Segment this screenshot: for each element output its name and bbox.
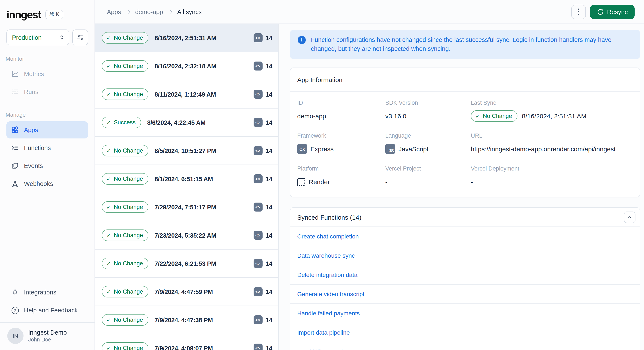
function-link[interactable]: Import data pipeline: [297, 329, 350, 336]
breadcrumb-apps[interactable]: Apps: [107, 8, 121, 15]
sync-detail-panel: i Function configurations have not chang…: [279, 24, 644, 350]
sync-time: 8/16/2024, 2:51:31 AM: [154, 34, 216, 41]
status-badge: ✓No Change: [102, 88, 148, 100]
environment-select-value: Production: [12, 34, 42, 41]
field-language: Language JSJavaScript: [385, 132, 471, 155]
sidebar-item-events[interactable]: Events: [6, 157, 88, 174]
chevron-right-icon: [126, 9, 130, 14]
sidebar-item-label: Metrics: [24, 70, 44, 77]
sync-time: 7/23/2024, 5:35:22 AM: [154, 232, 216, 239]
status-badge: ✓No Change: [102, 258, 148, 269]
status-badge: ✓No Change: [102, 32, 148, 43]
check-icon: ✓: [106, 119, 111, 125]
status-badge: ✓No Change: [102, 145, 148, 156]
sync-row[interactable]: ✓No Change 8/1/2024, 6:51:15 AM <>14: [95, 165, 278, 193]
sync-row[interactable]: ✓No Change 7/29/2024, 7:51:17 PM <>14: [95, 193, 278, 221]
function-count: 14: [266, 91, 272, 98]
resync-label: Resync: [607, 8, 628, 15]
sync-row[interactable]: ✓No Change 7/9/2024, 4:47:38 PM <>14: [95, 306, 278, 334]
sidebar-footer: Integrations ? Help and Feedback IN Inng…: [0, 284, 94, 350]
environment-select[interactable]: Production: [6, 29, 69, 45]
function-row[interactable]: Handle failed payments: [290, 304, 640, 323]
breadcrumb-app-id[interactable]: demo-app: [135, 8, 163, 15]
field-platform: Platform Render: [297, 165, 385, 188]
check-icon: ✓: [106, 345, 111, 350]
collapse-button[interactable]: [624, 211, 636, 223]
sidebar-item-functions[interactable]: Functions: [6, 139, 88, 156]
status-badge: ✓Success: [102, 117, 141, 128]
sidebar-item-label: Integrations: [24, 289, 56, 296]
sidebar-item-label: Webhooks: [24, 180, 53, 187]
express-icon: ex: [297, 144, 307, 154]
code-icon: <>: [254, 61, 262, 70]
synced-functions-title: Synced Functions (14): [297, 213, 361, 221]
sync-time: 7/29/2024, 7:51:17 PM: [154, 204, 216, 210]
resync-button[interactable]: Resync: [590, 4, 634, 19]
status-badge: ✓No Change: [102, 201, 148, 213]
sync-time: 8/6/2024, 4:22:45 AM: [147, 119, 206, 126]
sidebar-item-apps[interactable]: Apps: [6, 121, 88, 138]
info-banner: i Function configurations have not chang…: [290, 30, 640, 59]
sidebar-nav-manage: Apps Functions Events Webhooks: [0, 121, 94, 193]
more-options-button[interactable]: [571, 4, 586, 19]
sync-row[interactable]: ✓No Change 7/22/2024, 6:21:53 PM <>14: [95, 250, 278, 278]
sync-row[interactable]: ✓No Change 7/23/2024, 5:35:22 AM <>14: [95, 221, 278, 250]
check-icon: ✓: [106, 289, 111, 295]
sync-row[interactable]: ✓No Change 8/5/2024, 10:51:27 PM <>14: [95, 137, 278, 165]
environment-filter-button[interactable]: [72, 29, 88, 45]
sidebar-item-label: Help and Feedback: [24, 307, 78, 314]
check-icon: ✓: [476, 113, 480, 119]
function-link[interactable]: Data warehouse sync: [297, 252, 355, 259]
info-banner-text: Function configurations have not changed…: [311, 35, 632, 53]
sidebar-item-integrations[interactable]: Integrations: [6, 284, 88, 301]
function-link[interactable]: Generate video transcript: [297, 291, 364, 298]
function-link[interactable]: Handle failed payments: [297, 310, 360, 317]
function-count: 14: [266, 345, 272, 350]
sync-row[interactable]: ✓No Change 7/9/2024, 4:09:07 PM <>14: [95, 334, 278, 350]
sidebar-item-help[interactable]: ? Help and Feedback: [6, 302, 88, 319]
field-framework: Framework exExpress: [297, 132, 385, 155]
status-badge: ✓No Change: [102, 342, 148, 350]
sidebar-item-webhooks[interactable]: Webhooks: [6, 175, 88, 192]
function-count: 14: [266, 119, 272, 126]
check-icon: ✓: [106, 148, 111, 154]
app-information-card: App Information ID demo-app SDK Version …: [290, 67, 640, 197]
function-link[interactable]: Send billing receipt: [297, 348, 348, 350]
sidebar-section-monitor: Monitor: [6, 55, 94, 62]
function-link[interactable]: Create chat completion: [297, 233, 359, 240]
sync-row[interactable]: ✓No Change 8/11/2024, 1:12:49 AM <>14: [95, 80, 278, 108]
function-row[interactable]: Data warehouse sync: [290, 246, 640, 265]
code-icon: <>: [254, 231, 262, 240]
field-id: ID demo-app: [297, 100, 385, 122]
field-sdk-version: SDK Version v3.16.0: [385, 100, 471, 122]
sync-row[interactable]: ✓No Change 8/16/2024, 2:32:18 AM <>14: [95, 52, 278, 80]
function-row[interactable]: Import data pipeline: [290, 323, 640, 342]
function-count: 14: [266, 204, 272, 210]
sync-row[interactable]: ✓No Change 8/16/2024, 2:51:31 AM <>14: [95, 24, 278, 52]
sidebar-item-label: Apps: [24, 126, 38, 133]
function-count: 14: [266, 232, 272, 239]
status-badge: ✓No Change: [102, 60, 148, 72]
code-icon: <>: [254, 315, 262, 324]
function-count: 14: [266, 288, 272, 295]
command-k-shortcut-badge[interactable]: ⌘ K: [45, 10, 63, 19]
sidebar-item-label: Events: [24, 162, 43, 169]
status-badge: ✓No Change: [102, 173, 148, 185]
sidebar-top: inngest ⌘ K Production: [0, 0, 94, 45]
sidebar-item-metrics[interactable]: Metrics: [6, 65, 88, 82]
function-count: 14: [266, 260, 272, 267]
sync-row[interactable]: ✓No Change 7/9/2024, 4:47:59 PM <>14: [95, 278, 278, 306]
user-menu[interactable]: IN Inngest Demo John Doe: [6, 323, 88, 350]
check-icon: ✓: [106, 35, 111, 41]
main-area: Apps demo-app All syncs Resync ✓No Chang…: [95, 0, 644, 350]
sync-row[interactable]: ✓Success 8/6/2024, 4:22:45 AM <>14: [95, 108, 278, 137]
function-row[interactable]: Create chat completion: [290, 227, 640, 246]
sync-time: 7/22/2024, 6:21:53 PM: [154, 260, 216, 267]
function-link[interactable]: Delete integration data: [297, 271, 358, 278]
chevron-right-icon: [168, 9, 172, 14]
function-row[interactable]: Generate video transcript: [290, 285, 640, 304]
sidebar-item-runs[interactable]: Runs: [6, 83, 88, 100]
function-row[interactable]: Send billing receipt: [290, 342, 640, 350]
question-mark-icon: ?: [11, 307, 19, 314]
function-row[interactable]: Delete integration data: [290, 265, 640, 285]
